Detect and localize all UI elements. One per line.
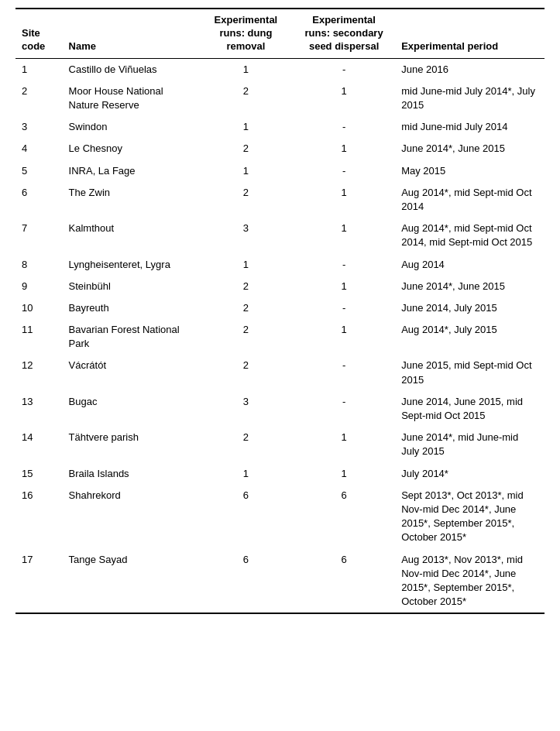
- cell-experimental-period: June 2016: [395, 58, 545, 81]
- table-row: 2Moor House National Nature Reserve21mid…: [15, 81, 545, 116]
- cell-experimental-period: July 2014*: [395, 463, 545, 485]
- cell-dung-removal: 2: [199, 138, 293, 160]
- cell-seed-dispersal: -: [293, 160, 395, 182]
- cell-seed-dispersal: -: [293, 355, 395, 390]
- cell-name: Tähtvere parish: [63, 427, 199, 462]
- header-seed-dispersal: Experimental runs: secondary seed disper…: [293, 9, 395, 58]
- cell-experimental-period: mid June-mid July 2014: [395, 116, 545, 138]
- cell-seed-dispersal: 6: [293, 549, 395, 614]
- cell-dung-removal: 2: [199, 276, 293, 297]
- cell-seed-dispersal: 1: [293, 218, 395, 253]
- cell-dung-removal: 3: [199, 218, 293, 253]
- cell-experimental-period: June 2014*, June 2015: [395, 276, 545, 297]
- cell-name: Vácrátót: [63, 355, 199, 390]
- cell-dung-removal: 2: [199, 81, 293, 116]
- cell-name: The Zwin: [63, 182, 199, 218]
- table-row: 15Braila Islands11July 2014*: [15, 463, 545, 485]
- table-row: 5INRA, La Fage1-May 2015: [15, 160, 545, 182]
- cell-dung-removal: 1: [199, 58, 293, 81]
- cell-experimental-period: June 2014, July 2015: [395, 297, 545, 319]
- table-row: 14Tähtvere parish21June 2014*, mid June-…: [15, 427, 545, 462]
- header-name: Name: [63, 9, 199, 58]
- cell-name: Bavarian Forest National Park: [63, 319, 199, 355]
- cell-site-code: 14: [15, 427, 63, 462]
- cell-experimental-period: Aug 2014*, mid Sept-mid Oct 2014, mid Se…: [395, 218, 545, 253]
- cell-name: Bayreuth: [63, 297, 199, 319]
- cell-dung-removal: 1: [199, 463, 293, 485]
- cell-name: Bugac: [63, 391, 199, 427]
- cell-site-code: 15: [15, 463, 63, 485]
- cell-seed-dispersal: -: [293, 391, 395, 427]
- cell-experimental-period: Aug 2014*, July 2015: [395, 319, 545, 355]
- data-table: Site code Name Experimental runs: dung r…: [15, 8, 545, 614]
- cell-site-code: 5: [15, 160, 63, 182]
- cell-site-code: 16: [15, 485, 63, 549]
- table-row: 9Steinbühl21June 2014*, June 2015: [15, 276, 545, 297]
- cell-dung-removal: 2: [199, 297, 293, 319]
- cell-experimental-period: June 2014*, June 2015: [395, 138, 545, 160]
- cell-site-code: 4: [15, 138, 63, 160]
- cell-dung-removal: 3: [199, 391, 293, 427]
- cell-site-code: 17: [15, 549, 63, 614]
- table-row: 10Bayreuth2-June 2014, July 2015: [15, 297, 545, 319]
- cell-dung-removal: 2: [199, 319, 293, 355]
- cell-seed-dispersal: 1: [293, 319, 395, 355]
- cell-experimental-period: June 2014*, mid June-mid July 2015: [395, 427, 545, 462]
- cell-experimental-period: Aug 2014*, mid Sept-mid Oct 2014: [395, 182, 545, 218]
- cell-experimental-period: Aug 2013*, Nov 2013*, mid Nov-mid Dec 20…: [395, 549, 545, 614]
- cell-name: INRA, La Fage: [63, 160, 199, 182]
- cell-experimental-period: June 2014, June 2015, mid Sept-mid Oct 2…: [395, 391, 545, 427]
- table-row: 7Kalmthout31Aug 2014*, mid Sept-mid Oct …: [15, 218, 545, 253]
- header-dung-removal: Experimental runs: dung removal: [199, 9, 293, 58]
- cell-name: Castillo de Viñuelas: [63, 58, 199, 81]
- table-row: 1Castillo de Viñuelas1-June 2016: [15, 58, 545, 81]
- cell-site-code: 9: [15, 276, 63, 297]
- cell-name: Kalmthout: [63, 218, 199, 253]
- cell-site-code: 10: [15, 297, 63, 319]
- cell-seed-dispersal: 1: [293, 182, 395, 218]
- cell-site-code: 11: [15, 319, 63, 355]
- cell-name: Steinbühl: [63, 276, 199, 297]
- cell-dung-removal: 2: [199, 355, 293, 390]
- cell-site-code: 7: [15, 218, 63, 253]
- cell-name: Shahrekord: [63, 485, 199, 549]
- table-header-row: Site code Name Experimental runs: dung r…: [15, 9, 545, 58]
- cell-site-code: 13: [15, 391, 63, 427]
- cell-seed-dispersal: 1: [293, 427, 395, 462]
- cell-site-code: 8: [15, 254, 63, 276]
- table-row: 12Vácrátót2-June 2015, mid Sept-mid Oct …: [15, 355, 545, 390]
- header-site-code: Site code: [15, 9, 63, 58]
- table-row: 11Bavarian Forest National Park21Aug 201…: [15, 319, 545, 355]
- table-row: 17Tange Sayad66Aug 2013*, Nov 2013*, mid…: [15, 549, 545, 614]
- cell-experimental-period: mid June-mid July 2014*, July 2015: [395, 81, 545, 116]
- header-experimental-period: Experimental period: [395, 9, 545, 58]
- cell-name: Moor House National Nature Reserve: [63, 81, 199, 116]
- cell-seed-dispersal: 1: [293, 81, 395, 116]
- cell-experimental-period: May 2015: [395, 160, 545, 182]
- cell-experimental-period: June 2015, mid Sept-mid Oct 2015: [395, 355, 545, 390]
- cell-site-code: 6: [15, 182, 63, 218]
- cell-name: Swindon: [63, 116, 199, 138]
- cell-dung-removal: 2: [199, 182, 293, 218]
- cell-seed-dispersal: -: [293, 116, 395, 138]
- cell-seed-dispersal: 1: [293, 463, 395, 485]
- table-row: 16Shahrekord66Sept 2013*, Oct 2013*, mid…: [15, 485, 545, 549]
- cell-dung-removal: 6: [199, 485, 293, 549]
- table-row: 6The Zwin21Aug 2014*, mid Sept-mid Oct 2…: [15, 182, 545, 218]
- cell-name: Braila Islands: [63, 463, 199, 485]
- cell-dung-removal: 6: [199, 549, 293, 614]
- table-row: 13Bugac3-June 2014, June 2015, mid Sept-…: [15, 391, 545, 427]
- cell-experimental-period: Sept 2013*, Oct 2013*, mid Nov-mid Dec 2…: [395, 485, 545, 549]
- cell-dung-removal: 1: [199, 254, 293, 276]
- table-row: 4Le Chesnoy21June 2014*, June 2015: [15, 138, 545, 160]
- cell-seed-dispersal: 6: [293, 485, 395, 549]
- cell-site-code: 3: [15, 116, 63, 138]
- cell-seed-dispersal: 1: [293, 276, 395, 297]
- cell-dung-removal: 2: [199, 427, 293, 462]
- table-row: 8Lyngheisenteret, Lygra1-Aug 2014: [15, 254, 545, 276]
- table-wrapper: Site code Name Experimental runs: dung r…: [0, 0, 560, 630]
- cell-site-code: 2: [15, 81, 63, 116]
- table-row: 3Swindon1-mid June-mid July 2014: [15, 116, 545, 138]
- cell-seed-dispersal: -: [293, 297, 395, 319]
- cell-name: Lyngheisenteret, Lygra: [63, 254, 199, 276]
